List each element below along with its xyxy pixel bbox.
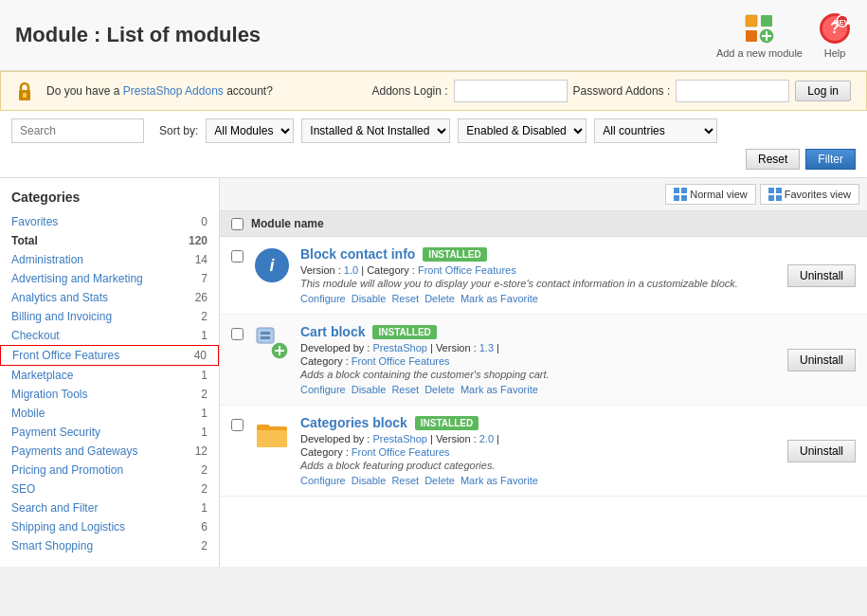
module-content: Cart block INSTALLED Developed by : Pres… — [300, 324, 778, 395]
action-delete[interactable]: Delete — [424, 384, 455, 395]
module-developer: PrestaShop — [372, 433, 426, 444]
sidebar-item-label: Mobile — [11, 407, 45, 420]
grid-icon — [674, 188, 687, 201]
uninstall-button[interactable]: Uninstall — [787, 349, 856, 371]
login-button[interactable]: Log in — [795, 81, 851, 101]
action-mark-as-favorite[interactable]: Mark as Favorite — [461, 475, 538, 486]
puzzle-plus-icon — [742, 11, 776, 45]
filter-button[interactable]: Filter — [805, 149, 856, 170]
sidebar-item-search-and-filter[interactable]: Search and Filter1 — [0, 498, 219, 517]
sidebar-item-label: Search and Filter — [11, 501, 98, 515]
action-disable[interactable]: Disable — [352, 475, 387, 486]
reset-button[interactable]: Reset — [746, 149, 800, 170]
help-icon: ? NEW — [818, 11, 852, 45]
add-module-label: Add a new module — [716, 47, 803, 59]
sidebar-item-count: 1 — [201, 369, 208, 382]
sidebar-item-count: 1 — [201, 426, 208, 439]
svg-rect-22 — [261, 332, 270, 335]
addons-password-input[interactable] — [676, 80, 789, 102]
sidebar-item-total[interactable]: Total120 — [0, 231, 219, 250]
action-delete[interactable]: Delete — [424, 475, 455, 486]
action-reset[interactable]: Reset — [391, 384, 419, 395]
sidebar-item-count: 2 — [201, 388, 208, 401]
sidebar-item-payments-and-gateways[interactable]: Payments and Gateways12 — [0, 442, 219, 461]
module-checkbox[interactable] — [231, 250, 244, 263]
sidebar-item-checkout[interactable]: Checkout1 — [0, 326, 219, 345]
sidebar-item-count: 0 — [201, 215, 208, 228]
sidebar-item-shipping-and-logistics[interactable]: Shipping and Logistics6 — [0, 517, 219, 536]
action-reset[interactable]: Reset — [391, 475, 419, 486]
sidebar-item-front-office-features[interactable]: Front Office Features40 — [0, 345, 219, 366]
sidebar-item-count: 1 — [201, 329, 208, 342]
sidebar-item-count: 2 — [201, 310, 208, 323]
help-action[interactable]: ? NEW Help — [818, 11, 852, 59]
sidebar-item-mobile[interactable]: Mobile1 — [0, 404, 219, 423]
module-description: This module will allow you to display yo… — [300, 278, 778, 289]
action-configure[interactable]: Configure — [300, 384, 346, 395]
sidebar-item-label: Marketplace — [11, 369, 73, 382]
filter-row: Sort by: All Modules Name Enabled Date I… — [11, 118, 856, 143]
sidebar-item-count: 12 — [195, 444, 208, 458]
search-input[interactable] — [11, 118, 144, 143]
action-disable[interactable]: Disable — [352, 293, 387, 304]
action-configure[interactable]: Configure — [300, 293, 346, 304]
action-disable[interactable]: Disable — [352, 384, 387, 395]
filter-buttons: Reset Filter — [11, 149, 856, 170]
action-mark-as-favorite[interactable]: Mark as Favorite — [461, 384, 538, 395]
svg-rect-20 — [776, 195, 782, 201]
module-item-cart-block: Cart block INSTALLED Developed by : Pres… — [220, 315, 867, 406]
prestashop-link[interactable]: PrestaShop Addons — [123, 84, 224, 98]
addons-password-label: Password Addons : — [573, 84, 671, 98]
sidebar-item-smart-shopping[interactable]: Smart Shopping2 — [0, 536, 219, 555]
module-item-categories-block: Categories block INSTALLED Developed by … — [220, 406, 867, 497]
module-checkbox[interactable] — [231, 328, 244, 340]
info-icon: i — [255, 248, 289, 282]
sidebar-item-marketplace[interactable]: Marketplace1 — [0, 366, 219, 385]
uninstall-button[interactable]: Uninstall — [787, 440, 856, 462]
addons-bar: Do you have a PrestaShop Addons account?… — [0, 71, 867, 111]
sidebar-item-pricing-and-promotion[interactable]: Pricing and Promotion2 — [0, 461, 219, 480]
sidebar-item-payment-security[interactable]: Payment Security1 — [0, 423, 219, 442]
sidebar-item-migration-tools[interactable]: Migration Tools2 — [0, 385, 219, 404]
sidebar-item-seo[interactable]: SEO2 — [0, 480, 219, 498]
add-module-action[interactable]: Add a new module — [716, 11, 803, 59]
sidebar-item-label: Billing and Invoicing — [11, 310, 112, 323]
sort-select[interactable]: All Modules Name Enabled Date — [206, 118, 294, 143]
module-content: Block contact info INSTALLED Version : 1… — [300, 246, 778, 304]
lock-icon — [16, 81, 33, 101]
install-select[interactable]: Installed & Not Installed Installed Not … — [301, 118, 450, 143]
action-configure[interactable]: Configure — [300, 475, 346, 486]
country-select[interactable]: All countries France United States — [594, 118, 717, 143]
select-all-checkbox[interactable] — [231, 218, 244, 230]
uninstall-button[interactable]: Uninstall — [787, 264, 856, 287]
star-icon — [768, 188, 782, 201]
favorites-view-label: Favorites view — [785, 189, 851, 200]
sidebar-item-favorites[interactable]: Favorites0 — [0, 212, 219, 231]
sidebar-item-label: Pricing and Promotion — [11, 463, 123, 477]
addons-login-input[interactable] — [454, 80, 568, 102]
favorites-view-button[interactable]: Favorites view — [760, 184, 859, 205]
module-checkbox[interactable] — [231, 419, 244, 431]
normal-view-button[interactable]: Normal view — [665, 184, 756, 205]
module-list: Normal view Favorites view Module name i — [220, 178, 867, 567]
sidebar-item-analytics-and-stats[interactable]: Analytics and Stats26 — [0, 288, 219, 307]
sort-label: Sort by: — [159, 124, 198, 137]
module-version: 1.0 — [344, 264, 358, 276]
module-developer: PrestaShop — [372, 342, 426, 353]
sidebar-item-billing-and-invoicing[interactable]: Billing and Invoicing2 — [0, 307, 219, 326]
action-reset[interactable]: Reset — [391, 293, 419, 304]
help-label: Help — [824, 47, 846, 59]
sidebar-items-container: Favorites0Total120Administration14Advert… — [0, 212, 219, 555]
module-icon — [253, 415, 291, 453]
module-name-col: Module name — [251, 217, 324, 230]
sidebar-item-label: Favorites — [11, 215, 58, 228]
installed-badge: INSTALLED — [415, 416, 479, 430]
sidebar-item-label: Advertising and Marketing — [11, 272, 143, 285]
sidebar-item-administration[interactable]: Administration14 — [0, 250, 219, 269]
sidebar-item-advertising-and-marketing[interactable]: Advertising and Marketing7 — [0, 269, 219, 288]
action-delete[interactable]: Delete — [424, 293, 455, 304]
sidebar-item-count: 120 — [189, 234, 208, 247]
action-mark-as-favorite[interactable]: Mark as Favorite — [461, 293, 538, 304]
status-select[interactable]: Enabled & Disabled Enabled Disabled — [458, 118, 587, 143]
sidebar-item-label: Administration — [11, 253, 83, 266]
